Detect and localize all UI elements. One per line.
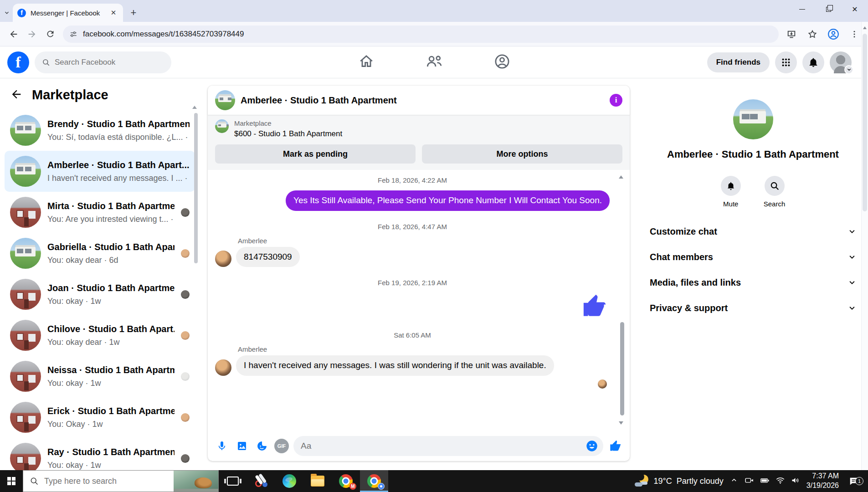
- mute-button[interactable]: Mute: [721, 176, 741, 208]
- site-info-icon[interactable]: [69, 30, 77, 38]
- chevron-down-icon: [844, 65, 853, 74]
- conversation-list-item[interactable]: Brendy · Studio 1 Bath Apartment You: Sí…: [5, 110, 195, 151]
- taskbar-app-task-view[interactable]: [219, 470, 247, 492]
- facebook-search-bar[interactable]: [35, 51, 171, 73]
- conversation-name: Neissa · Studio 1 Bath Apartm...: [47, 365, 175, 375]
- browser-menu-kebab-icon[interactable]: [845, 25, 863, 43]
- battery-icon[interactable]: [760, 476, 770, 487]
- conversation-list-item[interactable]: Joan · Studio 1 Bath Apartment You: okay…: [5, 274, 195, 315]
- conversation-info-icon[interactable]: i: [610, 94, 622, 107]
- friends-icon[interactable]: [426, 53, 443, 72]
- page-scroll-up-arrow[interactable]: [863, 26, 867, 29]
- message-input-pill[interactable]: [293, 436, 603, 456]
- search-input[interactable]: [55, 58, 150, 67]
- attach-image-icon[interactable]: [234, 438, 250, 454]
- facebook-favicon-icon: f: [17, 9, 26, 17]
- search-highlight-image[interactable]: [174, 471, 218, 492]
- app-menu-grid-icon[interactable]: [775, 51, 797, 73]
- forward-button[interactable]: [23, 25, 41, 43]
- taskbar-weather-widget[interactable]: 19°C Partly cloudy: [635, 474, 724, 488]
- home-icon[interactable]: [358, 53, 375, 72]
- sender-avatar[interactable]: [215, 251, 231, 267]
- listing-thumbnail[interactable]: [215, 119, 229, 133]
- conversation-preview: You: Sí, todavía está disponible. ¿L... …: [47, 133, 190, 142]
- mark-as-pending-button[interactable]: Mark as pending: [215, 144, 416, 164]
- more-options-button[interactable]: More options: [422, 144, 622, 164]
- window-close-button[interactable]: ✕: [842, 0, 868, 18]
- taskbar-app-chrome[interactable]: [360, 470, 388, 492]
- address-bar[interactable]: facebook.com/messages/t/1638452703978449: [63, 26, 779, 43]
- info-section-row[interactable]: Media, files and links: [644, 270, 862, 295]
- tab-close-icon[interactable]: ✕: [108, 8, 118, 18]
- info-section-row[interactable]: Privacy & support: [644, 295, 862, 321]
- conversation-list-item[interactable]: Erick · Studio 1 Bath Apartment You: Oka…: [5, 397, 195, 438]
- back-arrow-icon[interactable]: [10, 88, 23, 102]
- conversation-list-item[interactable]: Chilove · Studio 1 Bath Apart... You: ok…: [5, 315, 195, 356]
- incoming-message-bubble[interactable]: I haven't received any messages. I was s…: [236, 355, 554, 376]
- conversation-list-item[interactable]: Neissa · Studio 1 Bath Apartm... You: ok…: [5, 356, 195, 397]
- incoming-message-bubble[interactable]: 8147530909: [236, 247, 300, 267]
- messages-scrollbar[interactable]: [620, 322, 624, 415]
- chat-avatar[interactable]: [215, 90, 235, 110]
- taskbar-app-chrome[interactable]: M: [332, 470, 360, 492]
- conversation-list-item[interactable]: Gabriella · Studio 1 Bath Apart... You: …: [5, 233, 195, 274]
- gif-icon[interactable]: GIF: [274, 439, 289, 453]
- voice-clip-mic-icon[interactable]: [214, 438, 230, 454]
- message-input[interactable]: [301, 441, 584, 451]
- conversation-preview: You: okay · 1w: [47, 297, 175, 306]
- notifications-bell-icon[interactable]: [802, 51, 824, 73]
- reload-button[interactable]: [41, 25, 59, 43]
- page-scrollbar[interactable]: [861, 22, 868, 470]
- sidebar-scrollbar[interactable]: [194, 113, 198, 263]
- tab-search-chevron-icon[interactable]: [1, 4, 13, 22]
- messages-scroll-down-arrow[interactable]: [619, 421, 623, 425]
- conversation-list-item[interactable]: Amberlee · Studio 1 Bath Apart... I have…: [5, 151, 195, 192]
- new-tab-button[interactable]: +: [127, 6, 140, 20]
- groups-icon[interactable]: [494, 53, 510, 72]
- sender-avatar[interactable]: [215, 359, 231, 376]
- bookmark-star-icon[interactable]: [803, 25, 822, 43]
- action-center-icon[interactable]: 1: [845, 476, 863, 486]
- emoji-icon[interactable]: [584, 438, 600, 454]
- taskbar-search-box[interactable]: [23, 470, 219, 492]
- conversation-list-item[interactable]: Mirta · Studio 1 Bath Apartment You: Are…: [5, 192, 195, 233]
- tray-chevron-up-icon[interactable]: [730, 476, 738, 486]
- info-section-row[interactable]: Customize chat: [644, 219, 862, 244]
- tab-title: Messenger | Facebook: [31, 9, 108, 17]
- install-app-icon[interactable]: [782, 25, 801, 43]
- message-list[interactable]: Feb 18, 2026, 4:22 AM Yes Its Still Avai…: [208, 170, 630, 431]
- window-restore-button[interactable]: [815, 0, 842, 18]
- messages-scroll-up-arrow[interactable]: [619, 175, 623, 179]
- search-in-conversation-button[interactable]: Search: [764, 176, 786, 208]
- info-section-row[interactable]: Chat members: [644, 244, 862, 270]
- conversation-preview: You: okay · 1w: [47, 461, 175, 470]
- facebook-logo-icon[interactable]: f: [7, 51, 29, 73]
- sticker-icon[interactable]: [254, 438, 270, 454]
- like-message-row: [215, 293, 610, 319]
- volume-icon[interactable]: [791, 476, 800, 487]
- wifi-icon[interactable]: [776, 476, 785, 487]
- browser-profile-icon[interactable]: [824, 25, 842, 43]
- conversation-list-item[interactable]: Ray · Studio 1 Bath Apartment You: okay …: [5, 438, 195, 470]
- taskbar-app-file-explorer[interactable]: [303, 470, 332, 492]
- conversation-name: Mirta · Studio 1 Bath Apartment: [47, 201, 175, 211]
- taskbar-clock[interactable]: 7:37 AM 3/19/2026: [806, 472, 839, 491]
- back-button[interactable]: [5, 25, 23, 43]
- taskbar-app-edge[interactable]: [275, 470, 303, 492]
- sidebar-scroll-up-arrow[interactable]: [192, 106, 197, 109]
- start-button[interactable]: [0, 470, 23, 492]
- send-like-icon[interactable]: [608, 438, 623, 454]
- seen-indicator-avatar: [598, 379, 607, 389]
- conversation-preview: I haven't received any messages. I ... ·…: [47, 174, 190, 183]
- taskbar-app-snip[interactable]: [247, 470, 275, 492]
- account-avatar[interactable]: [830, 51, 852, 73]
- taskbar-search-input[interactable]: [44, 477, 149, 486]
- meet-now-icon[interactable]: [745, 476, 754, 487]
- outgoing-message-bubble[interactable]: Yes Its Still Available, Please Send You…: [286, 190, 610, 211]
- conversation-avatar[interactable]: [733, 99, 773, 139]
- window-minimize-button[interactable]: [789, 0, 815, 18]
- browser-tab[interactable]: f Messenger | Facebook ✕: [13, 4, 123, 22]
- conversation-preview: You: okay dear · 6d: [47, 256, 175, 265]
- thumbs-up-icon[interactable]: [581, 293, 608, 319]
- find-friends-button[interactable]: Find friends: [707, 52, 770, 72]
